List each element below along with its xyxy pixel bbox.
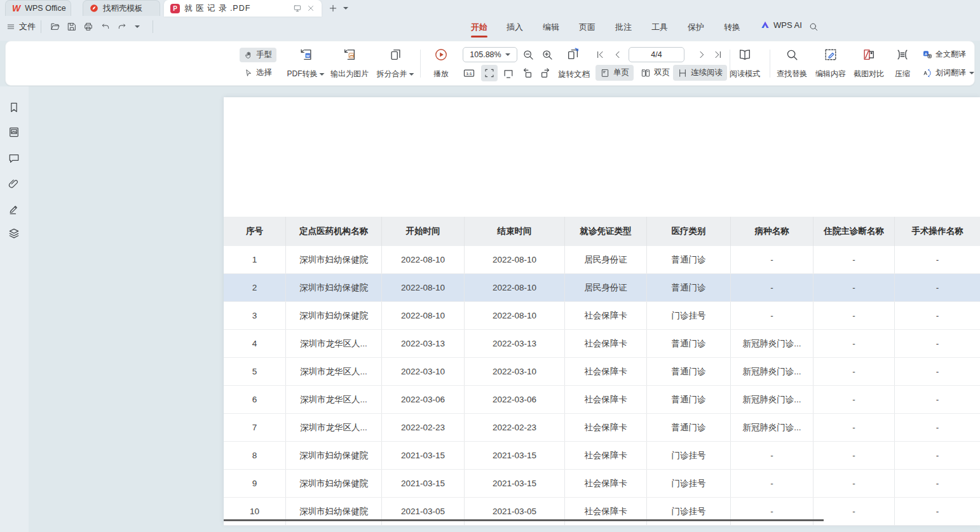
divider: [153, 20, 153, 33]
table-cell: 居民身份证: [565, 274, 647, 301]
attachments-icon[interactable]: [8, 177, 20, 190]
rotate-left-icon[interactable]: [521, 67, 534, 79]
table-cell: 深圳市龙华区人...: [286, 330, 382, 357]
table-cell: -: [813, 246, 895, 273]
wps-ai-button[interactable]: WPS AI: [760, 20, 802, 30]
table-cell: 2022-08-10: [382, 302, 465, 329]
previous-page-icon[interactable]: [613, 50, 623, 60]
full-translate-icon: A: [922, 50, 932, 60]
continuous-reading-button[interactable]: 连续阅读: [673, 65, 727, 81]
open-file-icon[interactable]: [50, 22, 60, 32]
tab-wps-home[interactable]: W WPS Office: [5, 0, 71, 16]
hand-label: 手型: [256, 50, 272, 60]
read-mode-button[interactable]: 阅读模式: [730, 48, 760, 79]
thumbnails-icon[interactable]: [8, 126, 20, 139]
single-page-button[interactable]: 单页: [595, 65, 634, 81]
bookmark-icon[interactable]: [8, 101, 20, 114]
next-page-icon[interactable]: [697, 50, 707, 60]
table-cell: 2021-03-15: [382, 470, 465, 497]
monitor-icon[interactable]: [293, 4, 302, 13]
menu-tab-2[interactable]: 插入: [504, 20, 526, 35]
menu-tab-4[interactable]: 页面: [576, 20, 598, 35]
menu-tab-7[interactable]: 保护: [685, 20, 707, 35]
zoom-value: 105.88%: [470, 50, 501, 59]
last-page-icon[interactable]: [713, 50, 723, 60]
comments-icon[interactable]: [8, 152, 20, 165]
table-cell: -: [895, 302, 980, 329]
layers-icon[interactable]: [8, 227, 20, 240]
page-indicator-field[interactable]: 4/4: [629, 47, 684, 62]
ribbon: 手型 选择 W PDF转换 输出为图片 拆分合并 播放 105.88%: [5, 41, 975, 86]
table-cell: 深圳市妇幼保健院: [286, 246, 382, 273]
split-merge-button[interactable]: 拆分合并: [377, 48, 414, 79]
table-cell: 社会保障卡: [565, 386, 647, 413]
compress-button[interactable]: 压缩: [895, 48, 910, 79]
header-cell: 医疗类别: [647, 217, 731, 246]
table-cell: 2022-03-13: [465, 330, 565, 357]
zoom-out-icon[interactable]: [522, 48, 534, 61]
table-cell: 1: [224, 246, 286, 273]
fit-width-icon[interactable]: [502, 67, 515, 79]
menu-tab-5[interactable]: 批注: [613, 20, 634, 35]
table-cell: -: [813, 498, 895, 525]
table-cell: -: [895, 414, 980, 441]
menu-tab-1[interactable]: 开始: [468, 20, 490, 35]
table-cell: 2: [224, 274, 286, 301]
play-icon: [434, 48, 448, 62]
rotate-document-icon[interactable]: [566, 47, 580, 61]
signature-icon[interactable]: [8, 202, 20, 215]
table-cell: 普通门诊: [647, 358, 731, 385]
header-cell: 住院主诊断名称: [813, 217, 895, 246]
split-merge-label: 拆分合并: [377, 69, 407, 79]
edit-content-button[interactable]: 编辑内容: [815, 48, 846, 79]
table-cell: 2022-08-10: [382, 246, 465, 273]
table-header-row: 序号定点医药机构名称开始时间结束时间就诊凭证类型医疗类别病种名称住院主诊断名称手…: [224, 217, 980, 246]
close-tab-icon[interactable]: [306, 4, 315, 13]
word-translate-button[interactable]: 划词翻译: [922, 67, 974, 78]
table-cell: 门诊挂号: [647, 470, 731, 497]
export-image-button[interactable]: 输出为图片: [330, 48, 369, 79]
actual-size-icon[interactable]: 1:1: [463, 67, 475, 79]
zoom-level-field[interactable]: 105.88%: [463, 47, 517, 62]
double-page-label: 双页: [654, 67, 670, 78]
menu-tab-8[interactable]: 转换: [721, 20, 743, 35]
select-tool-button[interactable]: 选择: [240, 65, 276, 80]
print-icon[interactable]: [83, 22, 93, 32]
screenshot-compare-button[interactable]: 截图对比: [854, 48, 884, 79]
header-cell: 病种名称: [731, 217, 813, 246]
table-cell: 社会保障卡: [565, 302, 647, 329]
medical-records-table: 序号定点医药机构名称开始时间结束时间就诊凭证类型医疗类别病种名称住院主诊断名称手…: [224, 217, 980, 526]
tab-docer-templates[interactable]: 找稻壳模板: [83, 0, 160, 16]
find-replace-button[interactable]: 查找替换: [777, 48, 807, 79]
book-icon: [738, 48, 752, 62]
menu-search-icon[interactable]: [808, 22, 819, 32]
left-sidebar: [0, 86, 29, 532]
zoom-in-icon[interactable]: [541, 48, 554, 61]
hand-tool-button[interactable]: 手型: [240, 48, 276, 62]
tab-list-chevron-icon[interactable]: [343, 7, 348, 10]
save-icon[interactable]: [67, 22, 77, 32]
play-button[interactable]: 播放: [433, 48, 449, 79]
docer-icon: [90, 4, 99, 13]
table-row: 1深圳市妇幼保健院2022-08-102022-08-10居民身份证普通门诊--…: [224, 246, 980, 274]
undo-icon[interactable]: [100, 22, 111, 32]
fit-page-button[interactable]: [481, 65, 498, 81]
table-cell: 普通门诊: [647, 330, 731, 357]
menu-tab-3[interactable]: 编辑: [540, 20, 562, 35]
tab-document-active[interactable]: P 就 医 记 录 .PDF: [164, 0, 322, 17]
file-menu-button[interactable]: 文件: [6, 21, 36, 32]
table-cell: 普通门诊: [647, 414, 731, 441]
table-cell: 5: [224, 358, 286, 385]
first-page-icon[interactable]: [595, 50, 605, 60]
full-translate-button[interactable]: A 全文翻译: [922, 49, 966, 60]
tab-label: WPS Office: [25, 4, 65, 13]
pdf-convert-button[interactable]: W PDF转换: [287, 48, 325, 79]
rotate-right-icon[interactable]: [539, 67, 552, 79]
redo-icon[interactable]: [117, 22, 127, 32]
quickbar-chevron-icon[interactable]: [135, 25, 140, 28]
rotate-doc-label[interactable]: 旋转文档: [558, 69, 590, 80]
new-tab-icon[interactable]: [328, 3, 338, 13]
compress-icon: [895, 48, 909, 62]
header-cell: 序号: [224, 217, 286, 246]
menu-tab-6[interactable]: 工具: [649, 20, 670, 35]
